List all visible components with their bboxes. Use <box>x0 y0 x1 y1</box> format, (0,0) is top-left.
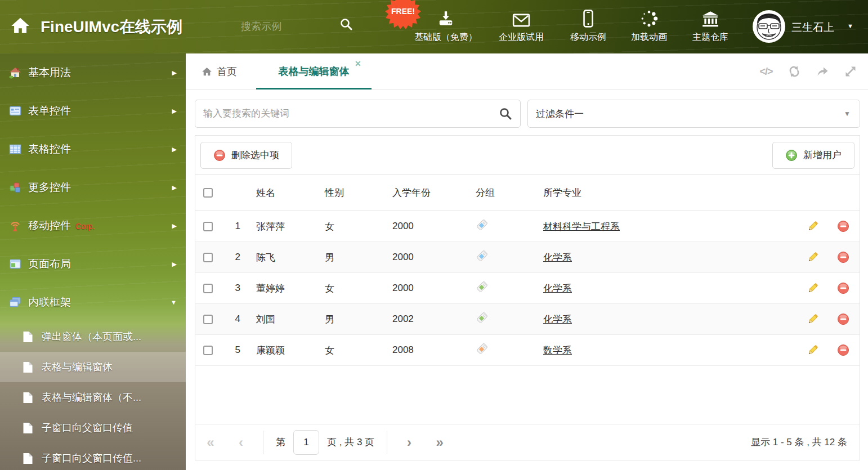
chevron-down-icon: ▼ <box>844 110 851 118</box>
edit-pencil-icon[interactable] <box>807 282 819 294</box>
row-checkbox[interactable] <box>203 346 213 355</box>
major-link[interactable]: 材料科学与工程系 <box>543 221 620 232</box>
sidebar-item[interactable]: 表单控件▶ <box>0 92 186 130</box>
sidebar-subitem[interactable]: 子窗口向父窗口传值... <box>0 443 186 470</box>
col-group: 分组 <box>466 186 533 199</box>
row-checkbox[interactable] <box>203 222 213 231</box>
delete-row-icon[interactable] <box>837 313 849 325</box>
sidebar-subitem[interactable]: 表格与编辑窗体（不... <box>0 382 186 413</box>
logo-text[interactable]: FineUIMvc在线示例 <box>41 16 182 38</box>
home-icon[interactable] <box>10 16 30 36</box>
filter-dropdown-value: 过滤条件一 <box>528 108 844 120</box>
row-index: 5 <box>222 344 246 356</box>
tab-active-label: 表格与编辑窗体 <box>279 65 350 78</box>
plus-circle-icon <box>785 149 798 162</box>
cell-year: 2002 <box>382 314 466 325</box>
spinner-icon <box>640 7 658 28</box>
sidebar-item-label: 表单控件 <box>28 104 71 118</box>
sidebar-subitem-label: 子窗口向父窗口传值 <box>42 421 133 435</box>
major-link[interactable]: 化学系 <box>543 252 572 263</box>
chevron-right-icon: ▶ <box>172 261 177 268</box>
table-row: 2陈飞男2000化学系 <box>195 242 860 273</box>
col-gender: 性别 <box>315 186 382 199</box>
sidebar-item[interactable]: 更多控件▶ <box>0 168 186 207</box>
tab-home[interactable]: 首页 <box>202 53 237 89</box>
delete-row-icon[interactable] <box>837 282 849 294</box>
cell-name: 董婷婷 <box>246 282 315 295</box>
chevron-right-icon: ▶ <box>172 146 177 153</box>
sidebar-item[interactable]: 内联框架▼ <box>0 283 186 321</box>
sidebar-subitem[interactable]: 子窗口向父窗口传值 <box>0 413 186 443</box>
pager-first-button[interactable]: « <box>195 435 226 450</box>
expand-icon[interactable] <box>843 64 858 79</box>
header: FineUIMvc在线示例 FREE! 基础版（免费）企业版试用移动示例加载动画… <box>0 0 868 53</box>
major-link[interactable]: 化学系 <box>543 283 572 294</box>
sidebar-submenu: 弹出窗体（本页面或...表格与编辑窗体表格与编辑窗体（不...子窗口向父窗口传值… <box>0 321 186 470</box>
avatar[interactable] <box>753 10 785 43</box>
layout-icon <box>9 258 21 270</box>
edit-pencil-icon[interactable] <box>807 313 819 325</box>
header-nav: 基础版（免费）企业版试用移动示例加载动画主题仓库 <box>406 7 742 43</box>
header-nav-item[interactable]: 主题仓库 <box>679 7 742 43</box>
delete-row-icon[interactable] <box>837 251 849 263</box>
grid-panel: 删除选中项 新增用户 姓名 性别 入学年份 分组 所学专业 <box>195 135 860 460</box>
minus-circle-icon <box>213 149 226 162</box>
page-icon <box>23 453 33 464</box>
pager-divider <box>263 431 263 454</box>
header-search-icon[interactable] <box>339 17 353 31</box>
chevron-down-icon: ▼ <box>171 299 177 306</box>
delete-row-icon[interactable] <box>837 220 849 232</box>
pager-prev-button[interactable]: ‹ <box>226 435 256 450</box>
delete-selected-button[interactable]: 删除选中项 <box>200 142 292 169</box>
page-number-input[interactable] <box>293 430 319 455</box>
filter-dropdown[interactable]: 过滤条件一 ▼ <box>527 100 860 128</box>
row-checkbox[interactable] <box>203 253 213 262</box>
user-name[interactable]: 三生石上 <box>791 20 834 35</box>
select-all-checkbox[interactable] <box>203 188 213 198</box>
share-icon[interactable] <box>815 64 830 79</box>
tab-bar: 首页 表格与编辑窗体 ✕ </> <box>186 53 868 89</box>
download-icon <box>437 7 455 28</box>
edit-pencil-icon[interactable] <box>807 251 819 263</box>
header-nav-item[interactable]: 加载动画 <box>619 7 679 43</box>
header-nav-item[interactable]: 企业版试用 <box>485 7 557 43</box>
header-search-input[interactable] <box>241 17 337 36</box>
add-user-button[interactable]: 新增用户 <box>772 142 854 169</box>
user-caret-icon[interactable]: ▼ <box>847 23 853 29</box>
sidebar-item[interactable]: 基本用法▶ <box>0 53 186 92</box>
row-checkbox[interactable] <box>203 284 213 293</box>
sidebar: 基本用法▶表单控件▶表格控件▶更多控件▶移动控件Corp.▶页面布局▶内联框架▼… <box>0 53 186 470</box>
sidebar-item[interactable]: 页面布局▶ <box>0 245 186 283</box>
cell-name: 康颖颖 <box>246 344 315 357</box>
free-badge: FREE! <box>385 0 421 30</box>
sidebar-item[interactable]: 表格控件▶ <box>0 130 186 168</box>
sidebar-subitem-label: 子窗口向父窗口传值... <box>42 451 141 465</box>
pager-next-button[interactable]: › <box>394 435 424 450</box>
keyword-search-input[interactable] <box>195 101 499 127</box>
row-index: 1 <box>222 221 246 232</box>
sidebar-subitem-label: 表格与编辑窗体（不... <box>42 391 141 404</box>
cell-gender: 男 <box>315 251 382 264</box>
major-link[interactable]: 数学系 <box>543 345 572 356</box>
cell-gender: 男 <box>315 313 382 326</box>
close-tab-icon[interactable]: ✕ <box>355 59 361 68</box>
row-checkbox[interactable] <box>203 315 213 324</box>
pager-last-button[interactable]: » <box>424 435 455 450</box>
row-index: 2 <box>222 252 246 263</box>
sidebar-subitem[interactable]: 表格与编辑窗体 <box>0 352 186 382</box>
edit-pencil-icon[interactable] <box>807 220 819 232</box>
delete-row-icon[interactable] <box>837 344 849 356</box>
sidebar-subitem[interactable]: 弹出窗体（本页面或... <box>0 321 186 352</box>
page-icon <box>23 331 33 343</box>
major-link[interactable]: 化学系 <box>543 314 572 325</box>
code-icon[interactable]: </> <box>759 64 773 79</box>
page-icon <box>23 361 33 373</box>
keyword-search-icon[interactable] <box>499 107 512 120</box>
chevron-right-icon: ▶ <box>172 222 177 230</box>
sidebar-item[interactable]: 移动控件Corp.▶ <box>0 207 186 245</box>
tag-icon <box>476 219 488 231</box>
sidebar-item-label: 基本用法 <box>28 65 71 80</box>
edit-pencil-icon[interactable] <box>807 344 819 356</box>
refresh-icon[interactable] <box>787 64 802 79</box>
header-nav-item[interactable]: 移动示例 <box>557 7 619 43</box>
